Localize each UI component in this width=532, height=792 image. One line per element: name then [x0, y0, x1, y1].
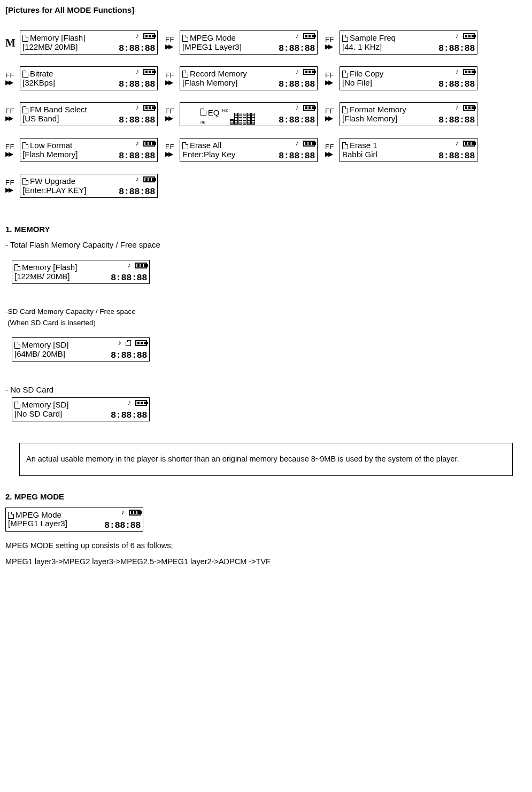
time-digits: 8:88:88 — [438, 44, 475, 53]
doc-icon — [342, 35, 348, 42]
lcd-line1: Memory [Flash] — [22, 263, 77, 272]
ff-arrows-icon: ▶▶ — [165, 115, 172, 121]
music-note-icon: ♪ — [296, 104, 299, 111]
doc-icon — [14, 402, 20, 409]
prefix: FF ▶▶ — [5, 179, 18, 193]
ff-arrows-icon: ▶▶ — [325, 43, 331, 50]
lcd-line1: Erase All — [190, 141, 221, 150]
doc-icon — [342, 71, 348, 78]
lcd-screen: Format Memory [Flash Memory] ♪ 8:88:88 — [340, 102, 477, 126]
mode-cell: FF ▶▶ Erase All Enter:Play Key ♪ 8:88:88 — [165, 138, 318, 162]
lcd-line2: Babbi Girl — [342, 150, 433, 159]
doc-icon — [22, 35, 28, 42]
ff-label: FF — [165, 36, 174, 43]
memory-note-box: An actual usable memory in the player is… — [19, 443, 513, 476]
lcd-screen: FW Upgrade [Enter:PLAY KEY] ♪ 8:88:88 — [20, 174, 158, 198]
music-note-icon: ♪ — [128, 399, 132, 406]
mode-cell: M Memory [Flash] [122MB/ 20MB] ♪ 8:88:88 — [5, 30, 158, 55]
time-digits: 8:88:88 — [119, 80, 155, 89]
time-digits: 8:88:88 — [111, 411, 147, 420]
lcd-line1: Record Memory — [190, 70, 247, 79]
lcd-screen: Sample Freq [44. 1 KHz] ♪ 8:88:88 — [340, 30, 477, 55]
lcd-line2: [64MB/ 20MB] — [14, 350, 105, 359]
time-digits: 8:88:88 — [119, 151, 155, 160]
mode-cell: FF ▶▶ Bitrate [32KBps] ♪ 8:88:88 — [5, 66, 158, 90]
lcd-line1: EQ — [208, 109, 220, 118]
doc-icon — [342, 106, 348, 113]
lcd-line2: [122MB/ 20MB] — [22, 43, 113, 52]
prefix: M — [5, 37, 18, 48]
battery-icon — [135, 263, 147, 268]
battery-icon — [143, 141, 155, 147]
ff-arrows-icon: ▶▶ — [5, 79, 12, 86]
lcd-line2: Enter:Play Key — [182, 150, 273, 159]
section-1-line-c: - No SD Card — [5, 385, 527, 394]
ff-arrows-icon: ▶▶ — [5, 115, 12, 121]
mode-cell: FF ▶▶ Low Format [Flash Memory] ♪ 8:88:8… — [5, 138, 158, 162]
lcd-line2: [Flash Memory] — [182, 79, 273, 88]
mode-cell: FF ▶▶ Sample Freq [44. 1 KHz] ♪ 8:88:88 — [325, 30, 477, 55]
ff-arrows-icon: ▶▶ — [165, 43, 172, 50]
battery-icon — [463, 33, 475, 39]
lcd-screen: File Copy [No File] ♪ 8:88:88 — [340, 66, 477, 90]
lcd-line2: [No SD Card] — [14, 410, 105, 419]
lcd-line2: [US Band] — [22, 114, 113, 124]
prefix: FF ▶▶ — [165, 36, 178, 50]
mode-letter: M — [5, 37, 16, 48]
lcd-line1: FM Band Select — [30, 105, 87, 114]
ff-label: FF — [165, 143, 174, 150]
eq-hz-label: HZ — [222, 109, 228, 113]
time-digits: 8:88:88 — [119, 116, 155, 125]
battery-icon — [303, 105, 315, 111]
music-note-icon: ♪ — [136, 175, 140, 182]
ff-label: FF — [5, 72, 14, 79]
lcd-line1: FW Upgrade — [30, 177, 75, 186]
lcd-screen: Memory [Flash] [122MB/ 20MB] ♪ 8:88:88 — [20, 30, 158, 55]
music-note-icon: ♪ — [456, 140, 459, 147]
time-digits: 8:88:88 — [438, 116, 475, 125]
ff-arrows-icon: ▶▶ — [325, 115, 331, 121]
battery-icon — [303, 33, 315, 39]
ff-label: FF — [325, 72, 334, 79]
eq-db-label: dB — [201, 120, 228, 125]
lcd-line2: [32KBps] — [22, 79, 113, 88]
time-digits: 8:88:88 — [438, 80, 475, 89]
battery-icon — [135, 340, 147, 346]
music-note-icon: ♪ — [121, 509, 125, 516]
lcd-line2: [Enter:PLAY KEY] — [22, 186, 113, 195]
time-digits: 8:88:88 — [279, 80, 315, 89]
doc-icon — [22, 106, 28, 113]
battery-icon — [303, 69, 315, 75]
ff-label: FF — [165, 107, 174, 114]
doc-icon — [22, 142, 28, 149]
lcd-line1: Memory [SD] — [22, 341, 69, 350]
doc-icon — [182, 35, 188, 42]
battery-icon — [463, 105, 475, 111]
music-note-icon: ♪ — [118, 339, 122, 346]
music-note-icon: ♪ — [128, 262, 132, 268]
ff-arrows-icon: ▶▶ — [5, 151, 12, 157]
lcd-line2: [Flash Memory] — [342, 114, 433, 124]
time-digits: 8:88:88 — [279, 44, 315, 53]
doc-icon — [182, 142, 188, 149]
lcd-line1: MPEG Mode — [190, 34, 236, 43]
mode-cell: FF ▶▶ EQHZ dB ♪ 8:88:88 — [165, 102, 318, 126]
mode-cell: FF ▶▶ FM Band Select [US Band] ♪ 8:88:88 — [5, 102, 158, 126]
prefix: FF ▶▶ — [5, 72, 18, 86]
time-digits: 8:88:88 — [279, 151, 315, 160]
battery-icon — [463, 141, 475, 147]
lcd-line1: Erase 1 — [350, 141, 377, 150]
section-1-line-b2: (When SD Card is inserted) — [5, 319, 527, 327]
lcd-line2: [44. 1 KHz] — [342, 43, 433, 52]
lcd-line1: Memory [Flash] — [30, 34, 85, 43]
doc-icon — [22, 178, 28, 185]
ff-arrows-icon: ▶▶ — [5, 187, 12, 193]
battery-icon — [143, 176, 155, 182]
doc-icon — [14, 342, 20, 349]
mpeg-text-2: MPEG1 layer3->MPEG2 layer3->MPEG2.5->MPE… — [5, 557, 527, 566]
doc-icon — [14, 264, 20, 271]
music-note-icon: ♪ — [456, 104, 459, 111]
lcd-memory-flash: Memory [Flash] [122MB/ 20MB] ♪ 8:88:88 — [12, 260, 150, 284]
sd-card-icon — [126, 340, 131, 346]
music-note-icon: ♪ — [136, 140, 140, 147]
